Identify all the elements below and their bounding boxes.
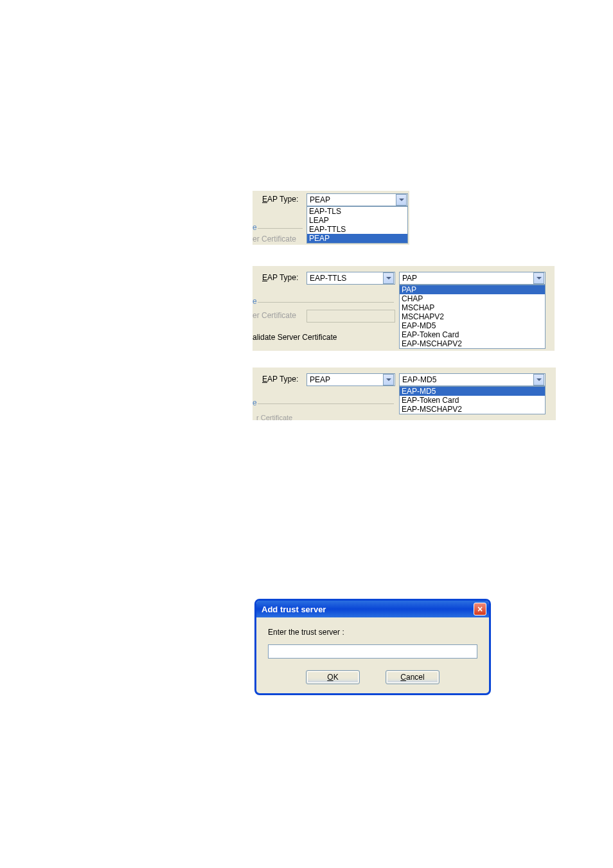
fragment-text: er Certificate <box>253 235 296 244</box>
certificate-field <box>306 310 395 323</box>
dialog-title: Add trust server <box>262 605 326 614</box>
fragment-text: e <box>253 297 257 306</box>
inner-auth-combo[interactable]: EAP-MD5 <box>399 373 546 386</box>
dropdown-button[interactable] <box>396 194 407 206</box>
dialog-prompt: Enter the trust server : <box>268 628 477 637</box>
divider <box>258 302 394 303</box>
eap-type-value: PEAP <box>310 195 330 204</box>
panel-eap-peap: EAP Type: PEAP EAP-TLS LEAP EAP-TTLS PEA… <box>253 191 409 245</box>
panel-eap-peap-md5: EAP Type: PEAP EAP-MD5 EAP-MD5 EAP-Token… <box>253 368 556 420</box>
add-trust-server-dialog: Add trust server × Enter the trust serve… <box>254 599 491 695</box>
list-item[interactable]: LEAP <box>307 216 407 225</box>
list-item[interactable]: EAP-MSCHAPV2 <box>400 405 545 414</box>
inner-auth-list[interactable]: EAP-MD5 EAP-Token Card EAP-MSCHAPV2 <box>399 386 546 414</box>
list-item[interactable]: EAP-TTLS <box>307 225 407 234</box>
label-eap-type: EAP Type: <box>262 375 302 384</box>
fragment-text: er Certificate <box>253 311 296 320</box>
eap-type-list[interactable]: EAP-TLS LEAP EAP-TTLS PEAP <box>306 206 408 244</box>
dropdown-button[interactable] <box>533 272 544 284</box>
list-item[interactable]: EAP-TLS <box>307 207 407 216</box>
ok-button[interactable]: OK <box>306 670 360 684</box>
panel-eap-ttls: EAP Type: EAP-TTLS PAP PAP CHAP MSCHAP M… <box>253 266 555 351</box>
fragment-text: e <box>253 223 257 232</box>
label-eap-type: EAP Type: <box>262 195 302 204</box>
row-eap-type: EAP Type: <box>262 375 302 384</box>
chevron-down-icon <box>399 199 404 201</box>
eap-type-value: PEAP <box>310 375 330 384</box>
inner-auth-value: PAP <box>402 274 417 283</box>
chevron-down-icon <box>537 277 542 279</box>
cancel-button[interactable]: Cancel <box>386 670 440 684</box>
inner-auth-value: EAP-MD5 <box>402 375 436 384</box>
row-eap-type: EAP Type: <box>262 273 302 282</box>
row-eap-type: EAP Type: <box>262 195 302 204</box>
dropdown-button[interactable] <box>383 272 394 284</box>
chevron-down-icon <box>537 378 542 381</box>
dropdown-button[interactable] <box>383 374 394 385</box>
divider <box>258 403 394 404</box>
list-item-selected[interactable]: PEAP <box>307 234 407 243</box>
chevron-down-icon <box>386 378 391 381</box>
inner-auth-combo[interactable]: PAP <box>399 272 546 285</box>
list-item[interactable]: MSCHAP <box>400 303 545 312</box>
eap-type-combo[interactable]: PEAP <box>306 373 395 386</box>
list-item[interactable]: EAP-MD5 <box>400 321 545 330</box>
eap-type-value: EAP-TTLS <box>310 274 346 283</box>
list-item[interactable]: MSCHAPV2 <box>400 312 545 321</box>
close-icon: × <box>477 605 483 614</box>
inner-auth-list[interactable]: PAP CHAP MSCHAP MSCHAPV2 EAP-MD5 EAP-Tok… <box>399 285 546 349</box>
eap-type-combo[interactable]: PEAP <box>306 193 408 206</box>
list-item[interactable]: EAP-Token Card <box>400 396 545 405</box>
list-item-selected[interactable]: PAP <box>400 285 545 294</box>
dialog-button-row: OK Cancel <box>268 670 477 684</box>
fragment-text: r Certificate <box>256 414 292 421</box>
eap-type-combo[interactable]: EAP-TTLS <box>306 272 395 285</box>
list-item[interactable]: CHAP <box>400 294 545 303</box>
list-item[interactable]: EAP-MSCHAPV2 <box>400 339 545 348</box>
dialog-body: Enter the trust server : OK Cancel <box>256 617 489 693</box>
list-item[interactable]: EAP-Token Card <box>400 330 545 339</box>
fragment-text: e <box>253 398 257 407</box>
dialog-titlebar[interactable]: Add trust server × <box>256 601 489 617</box>
trust-server-input[interactable] <box>268 644 477 659</box>
label-eap-type: EAP Type: <box>262 273 302 282</box>
divider <box>258 228 303 229</box>
close-button[interactable]: × <box>474 603 486 616</box>
validate-cert-label: alidate Server Certificate <box>253 333 337 342</box>
list-item-selected[interactable]: EAP-MD5 <box>400 387 545 396</box>
dropdown-button[interactable] <box>533 374 544 385</box>
chevron-down-icon <box>386 277 391 279</box>
